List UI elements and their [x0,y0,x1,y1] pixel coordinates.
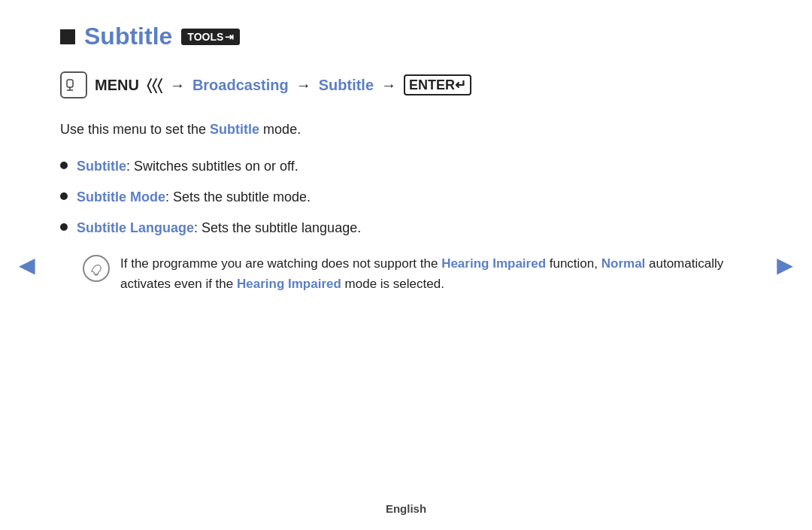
note-hearing-impaired-1: Hearing Impaired [441,256,546,271]
list-item-text: Subtitle Language: Sets the subtitle lan… [77,218,361,238]
note-text: If the programme you are watching does n… [120,253,752,294]
menu-icon [60,71,87,98]
desc-subtitle-term: Subtitle [210,122,259,137]
bullet-list: Subtitle: Switches subtitles on or off. … [60,156,752,238]
list-item-text: Subtitle: Switches subtitles on or off. [77,156,298,177]
enter-icon: ↵ [455,77,466,93]
breadcrumb-subtitle: Subtitle [319,77,374,94]
title-row: Subtitle TOOLS ⇥ [60,23,752,50]
enter-label: ENTER ↵ [404,74,471,95]
term-subtitle: Subtitle [77,159,126,174]
note-box: If the programme you are watching does n… [83,253,752,294]
page-title: Subtitle [84,23,172,50]
note-hearing-impaired-2: Hearing Impaired [237,277,341,291]
tools-icon: ⇥ [225,31,234,43]
arrow1: → [170,77,185,94]
list-item-text: Subtitle Mode: Sets the subtitle mode. [77,187,311,207]
breadcrumb: MENU 〈〈〈 → Broadcasting → Subtitle → ENT… [60,71,752,98]
breadcrumb-broadcasting: Broadcasting [192,77,289,94]
title-square-icon [60,29,75,44]
menu-label: MENU [95,77,139,94]
page-container: Subtitle TOOLS ⇥ MENU 〈〈〈 → Broadcasting… [0,0,812,530]
bullet-dot-icon [60,162,68,169]
description-text: Use this menu to set the Subtitle mode. [60,120,752,140]
footer-language: English [386,502,426,515]
nav-arrow-left[interactable]: ◄ [14,250,41,281]
arrow3: → [381,77,396,94]
note-icon [83,255,110,282]
list-item: Subtitle Mode: Sets the subtitle mode. [60,187,752,207]
term-subtitle-language: Subtitle Language [77,220,194,235]
bullet-dot-icon [60,192,68,200]
nav-arrow-right[interactable]: ► [771,250,798,281]
enter-text: ENTER [409,77,455,93]
arrow2: → [296,77,311,94]
tools-badge: TOOLS ⇥ [181,29,240,45]
list-item: Subtitle: Switches subtitles on or off. [60,156,752,177]
list-item: Subtitle Language: Sets the subtitle lan… [60,218,752,238]
bullet-dot-icon [60,223,68,231]
note-normal: Normal [601,256,646,271]
term-subtitle-mode: Subtitle Mode [77,189,165,204]
tools-label: TOOLS [187,31,223,43]
svg-rect-0 [67,80,73,87]
